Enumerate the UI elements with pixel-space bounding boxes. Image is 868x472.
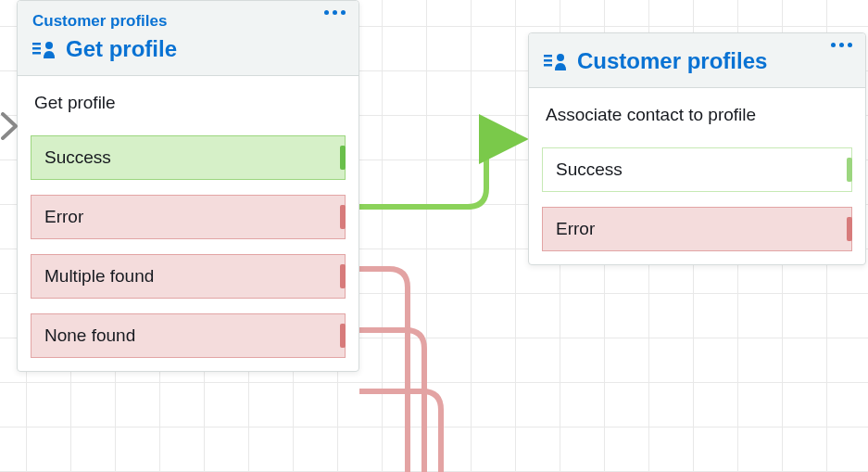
block-title: Get profile [66, 36, 177, 62]
port-label: Error [556, 219, 595, 239]
flow-block-get-profile[interactable]: Customer profiles Get profile [17, 0, 359, 372]
flow-canvas[interactable]: Customer profiles Get profile [0, 0, 868, 472]
port-label: Success [556, 159, 623, 180]
connector-multiple-found[interactable] [359, 330, 424, 472]
svg-rect-0 [32, 43, 41, 45]
connector-success[interactable] [359, 139, 519, 207]
block-body: Get profile Success Error Multiple found… [18, 76, 359, 371]
port-error[interactable]: Error [31, 195, 346, 239]
port-handle[interactable] [340, 146, 346, 170]
customer-profiles-icon [32, 40, 57, 58]
svg-point-3 [45, 42, 53, 49]
action-label: Associate contact to profile [542, 105, 852, 125]
svg-point-7 [557, 54, 564, 61]
port-handle[interactable] [340, 324, 346, 348]
svg-rect-6 [544, 64, 552, 67]
block-title: Customer profiles [577, 48, 767, 74]
port-label: None found [44, 325, 135, 346]
block-header[interactable]: Customer profiles Get profile [18, 1, 359, 76]
port-handle[interactable] [340, 205, 346, 229]
block-header[interactable]: Customer profiles [529, 33, 865, 88]
connector-error[interactable] [359, 269, 408, 472]
block-menu-icon[interactable] [324, 10, 346, 15]
flow-block-associate-contact[interactable]: Customer profiles Associate contact to p… [528, 32, 866, 265]
block-body: Associate contact to profile Success Err… [529, 88, 865, 264]
customer-profiles-icon [544, 52, 568, 70]
port-handle[interactable] [847, 217, 852, 241]
block-menu-icon[interactable] [831, 43, 852, 47]
svg-rect-4 [544, 55, 552, 57]
action-label: Get profile [31, 93, 346, 113]
port-error[interactable]: Error [542, 207, 852, 251]
block-category: Customer profiles [32, 12, 344, 31]
svg-rect-5 [544, 59, 552, 62]
port-label: Multiple found [44, 266, 154, 287]
connector-none-found[interactable] [359, 391, 441, 472]
block-input-port[interactable] [1, 112, 19, 144]
svg-rect-1 [32, 47, 41, 50]
port-handle[interactable] [340, 264, 346, 288]
port-handle[interactable] [847, 158, 852, 182]
port-success[interactable]: Success [542, 147, 852, 192]
port-none-found[interactable]: None found [31, 313, 346, 358]
port-multiple-found[interactable]: Multiple found [31, 254, 346, 299]
port-label: Success [44, 147, 111, 168]
svg-rect-2 [32, 52, 41, 55]
port-success[interactable]: Success [31, 135, 346, 180]
port-label: Error [44, 207, 83, 227]
